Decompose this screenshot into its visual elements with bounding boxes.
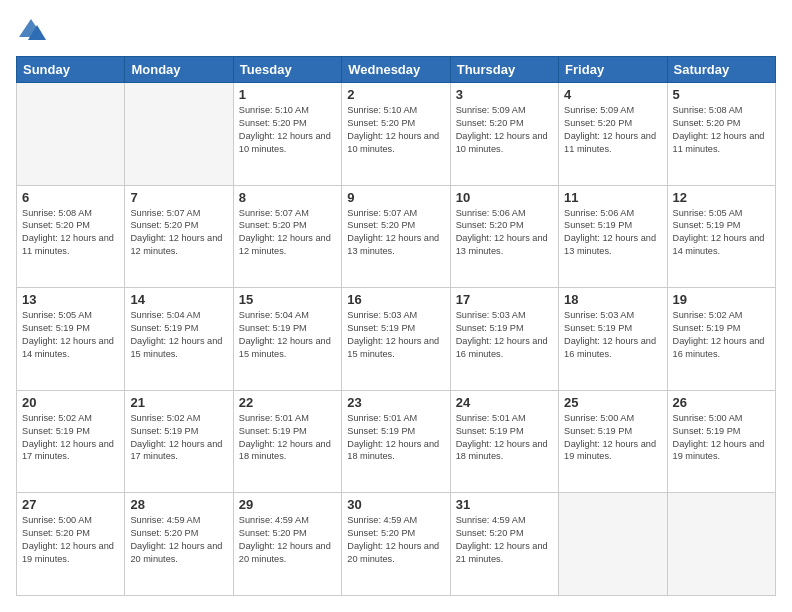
day-number: 20 (22, 395, 119, 410)
day-number: 14 (130, 292, 227, 307)
sunset: Sunset: 5:19 PM (564, 323, 632, 333)
day-info: Sunrise: 5:01 AM Sunset: 5:19 PM Dayligh… (239, 412, 336, 464)
sunrise: Sunrise: 5:10 AM (239, 105, 309, 115)
day-info: Sunrise: 5:07 AM Sunset: 5:20 PM Dayligh… (239, 207, 336, 259)
page: SundayMondayTuesdayWednesdayThursdayFrid… (0, 0, 792, 612)
sunrise: Sunrise: 5:08 AM (673, 105, 743, 115)
sunset: Sunset: 5:19 PM (456, 426, 524, 436)
sunset: Sunset: 5:19 PM (347, 426, 415, 436)
calendar-cell: 11 Sunrise: 5:06 AM Sunset: 5:19 PM Dayl… (559, 185, 667, 288)
calendar-week-4: 20 Sunrise: 5:02 AM Sunset: 5:19 PM Dayl… (17, 390, 776, 493)
day-number: 16 (347, 292, 444, 307)
sunrise: Sunrise: 5:05 AM (673, 208, 743, 218)
day-number: 18 (564, 292, 661, 307)
sunset: Sunset: 5:19 PM (239, 426, 307, 436)
daylight: Daylight: 12 hours and 20 minutes. (239, 541, 331, 564)
day-number: 13 (22, 292, 119, 307)
sunrise: Sunrise: 5:07 AM (347, 208, 417, 218)
day-number: 15 (239, 292, 336, 307)
calendar-cell (559, 493, 667, 596)
daylight: Daylight: 12 hours and 11 minutes. (22, 233, 114, 256)
sunrise: Sunrise: 4:59 AM (347, 515, 417, 525)
daylight: Daylight: 12 hours and 10 minutes. (239, 131, 331, 154)
day-number: 1 (239, 87, 336, 102)
day-number: 5 (673, 87, 770, 102)
day-number: 17 (456, 292, 553, 307)
sunset: Sunset: 5:20 PM (130, 220, 198, 230)
sunset: Sunset: 5:20 PM (564, 118, 632, 128)
daylight: Daylight: 12 hours and 14 minutes. (673, 233, 765, 256)
calendar-cell: 1 Sunrise: 5:10 AM Sunset: 5:20 PM Dayli… (233, 83, 341, 186)
day-number: 8 (239, 190, 336, 205)
weekday-header-row: SundayMondayTuesdayWednesdayThursdayFrid… (17, 57, 776, 83)
daylight: Daylight: 12 hours and 11 minutes. (564, 131, 656, 154)
sunrise: Sunrise: 5:01 AM (456, 413, 526, 423)
sunrise: Sunrise: 5:00 AM (564, 413, 634, 423)
daylight: Daylight: 12 hours and 15 minutes. (130, 336, 222, 359)
day-number: 12 (673, 190, 770, 205)
sunset: Sunset: 5:19 PM (456, 323, 524, 333)
daylight: Daylight: 12 hours and 18 minutes. (347, 439, 439, 462)
calendar-cell: 30 Sunrise: 4:59 AM Sunset: 5:20 PM Dayl… (342, 493, 450, 596)
calendar-cell: 23 Sunrise: 5:01 AM Sunset: 5:19 PM Dayl… (342, 390, 450, 493)
daylight: Daylight: 12 hours and 17 minutes. (130, 439, 222, 462)
day-number: 28 (130, 497, 227, 512)
day-number: 6 (22, 190, 119, 205)
day-info: Sunrise: 5:04 AM Sunset: 5:19 PM Dayligh… (239, 309, 336, 361)
calendar-cell: 8 Sunrise: 5:07 AM Sunset: 5:20 PM Dayli… (233, 185, 341, 288)
sunrise: Sunrise: 5:03 AM (564, 310, 634, 320)
day-info: Sunrise: 5:02 AM Sunset: 5:19 PM Dayligh… (130, 412, 227, 464)
day-info: Sunrise: 5:10 AM Sunset: 5:20 PM Dayligh… (347, 104, 444, 156)
calendar-cell: 25 Sunrise: 5:00 AM Sunset: 5:19 PM Dayl… (559, 390, 667, 493)
sunset: Sunset: 5:20 PM (456, 118, 524, 128)
sunrise: Sunrise: 4:59 AM (239, 515, 309, 525)
daylight: Daylight: 12 hours and 20 minutes. (347, 541, 439, 564)
daylight: Daylight: 12 hours and 11 minutes. (673, 131, 765, 154)
day-info: Sunrise: 4:59 AM Sunset: 5:20 PM Dayligh… (239, 514, 336, 566)
day-info: Sunrise: 5:03 AM Sunset: 5:19 PM Dayligh… (347, 309, 444, 361)
sunset: Sunset: 5:19 PM (673, 426, 741, 436)
calendar-cell: 24 Sunrise: 5:01 AM Sunset: 5:19 PM Dayl… (450, 390, 558, 493)
daylight: Daylight: 12 hours and 17 minutes. (22, 439, 114, 462)
day-number: 9 (347, 190, 444, 205)
sunrise: Sunrise: 5:09 AM (564, 105, 634, 115)
sunset: Sunset: 5:19 PM (22, 323, 90, 333)
calendar-cell (125, 83, 233, 186)
sunrise: Sunrise: 5:02 AM (130, 413, 200, 423)
calendar-body: 1 Sunrise: 5:10 AM Sunset: 5:20 PM Dayli… (17, 83, 776, 596)
calendar-cell: 21 Sunrise: 5:02 AM Sunset: 5:19 PM Dayl… (125, 390, 233, 493)
sunrise: Sunrise: 5:06 AM (456, 208, 526, 218)
logo (16, 16, 48, 46)
sunrise: Sunrise: 5:01 AM (347, 413, 417, 423)
weekday-header-wednesday: Wednesday (342, 57, 450, 83)
day-number: 27 (22, 497, 119, 512)
sunset: Sunset: 5:19 PM (130, 323, 198, 333)
sunrise: Sunrise: 5:07 AM (130, 208, 200, 218)
calendar-cell: 27 Sunrise: 5:00 AM Sunset: 5:20 PM Dayl… (17, 493, 125, 596)
daylight: Daylight: 12 hours and 21 minutes. (456, 541, 548, 564)
sunset: Sunset: 5:20 PM (239, 118, 307, 128)
sunrise: Sunrise: 4:59 AM (456, 515, 526, 525)
calendar-cell: 15 Sunrise: 5:04 AM Sunset: 5:19 PM Dayl… (233, 288, 341, 391)
sunset: Sunset: 5:19 PM (564, 220, 632, 230)
day-info: Sunrise: 5:06 AM Sunset: 5:19 PM Dayligh… (564, 207, 661, 259)
calendar-week-1: 1 Sunrise: 5:10 AM Sunset: 5:20 PM Dayli… (17, 83, 776, 186)
day-number: 2 (347, 87, 444, 102)
daylight: Daylight: 12 hours and 12 minutes. (130, 233, 222, 256)
calendar-cell: 2 Sunrise: 5:10 AM Sunset: 5:20 PM Dayli… (342, 83, 450, 186)
day-info: Sunrise: 5:00 AM Sunset: 5:19 PM Dayligh… (564, 412, 661, 464)
calendar-cell: 5 Sunrise: 5:08 AM Sunset: 5:20 PM Dayli… (667, 83, 775, 186)
day-info: Sunrise: 5:03 AM Sunset: 5:19 PM Dayligh… (456, 309, 553, 361)
daylight: Daylight: 12 hours and 19 minutes. (22, 541, 114, 564)
daylight: Daylight: 12 hours and 12 minutes. (239, 233, 331, 256)
calendar-cell (667, 493, 775, 596)
calendar-cell: 16 Sunrise: 5:03 AM Sunset: 5:19 PM Dayl… (342, 288, 450, 391)
sunset: Sunset: 5:20 PM (22, 220, 90, 230)
day-info: Sunrise: 4:59 AM Sunset: 5:20 PM Dayligh… (130, 514, 227, 566)
daylight: Daylight: 12 hours and 16 minutes. (564, 336, 656, 359)
sunset: Sunset: 5:19 PM (22, 426, 90, 436)
daylight: Daylight: 12 hours and 20 minutes. (130, 541, 222, 564)
daylight: Daylight: 12 hours and 13 minutes. (456, 233, 548, 256)
day-info: Sunrise: 5:04 AM Sunset: 5:19 PM Dayligh… (130, 309, 227, 361)
daylight: Daylight: 12 hours and 15 minutes. (239, 336, 331, 359)
